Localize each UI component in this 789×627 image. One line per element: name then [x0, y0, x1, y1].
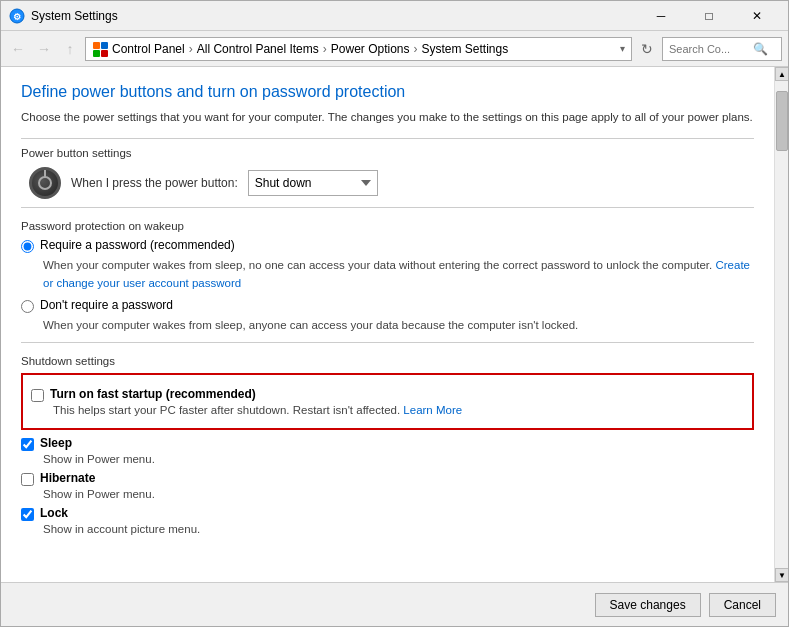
scroll-track: [775, 81, 788, 568]
svg-rect-3: [101, 42, 108, 49]
search-box: 🔍: [662, 37, 782, 61]
power-button-dropdown[interactable]: Shut down Sleep Hibernate Turn off the d…: [248, 170, 378, 196]
power-icon: [29, 167, 61, 199]
password-section-header: Password protection on wakeup: [21, 220, 754, 232]
power-button-row: When I press the power button: Shut down…: [29, 167, 754, 199]
sleep-checkbox[interactable]: [21, 438, 34, 451]
shutdown-section: Shutdown settings Turn on fast startup (…: [21, 355, 754, 535]
require-password-label: Require a password (recommended): [40, 238, 235, 252]
shutdown-section-header: Shutdown settings: [21, 355, 754, 367]
content-area: Define power buttons and turn on passwor…: [1, 67, 774, 582]
scroll-down-button[interactable]: ▼: [775, 568, 788, 582]
window-title: System Settings: [31, 9, 638, 23]
save-changes-button[interactable]: Save changes: [595, 593, 701, 617]
sleep-desc: Show in Power menu.: [43, 453, 754, 465]
close-button[interactable]: ✕: [734, 6, 780, 26]
scroll-thumb[interactable]: [776, 91, 788, 151]
cancel-button[interactable]: Cancel: [709, 593, 776, 617]
fast-startup-desc: This helps start your PC faster after sh…: [53, 404, 744, 416]
fast-startup-box: Turn on fast startup (recommended) This …: [21, 373, 754, 430]
control-panel-icon: [92, 41, 108, 57]
require-password-radio[interactable]: [21, 240, 34, 253]
up-button[interactable]: ↑: [59, 38, 81, 60]
require-password-desc: When your computer wakes from sleep, no …: [43, 257, 754, 292]
main-layout: Define power buttons and turn on passwor…: [1, 67, 788, 582]
maximize-button[interactable]: □: [686, 6, 732, 26]
require-password-option: Require a password (recommended): [21, 238, 754, 253]
svg-rect-2: [93, 42, 100, 49]
power-icon-inner: [38, 176, 52, 190]
learn-more-link[interactable]: Learn More: [403, 404, 462, 416]
search-input[interactable]: [669, 43, 749, 55]
svg-rect-4: [93, 50, 100, 57]
back-button[interactable]: ←: [7, 38, 29, 60]
fast-startup-checkbox[interactable]: [31, 389, 44, 402]
power-button-section-label: Power button settings: [21, 147, 754, 159]
lock-row: Lock: [21, 506, 754, 521]
sleep-row: Sleep: [21, 436, 754, 451]
address-bar: ← → ↑ Control Panel › All Control Panel …: [1, 31, 788, 67]
svg-text:⚙: ⚙: [13, 12, 21, 22]
address-path: Control Panel › All Control Panel Items …: [85, 37, 632, 61]
divider-3: [21, 342, 754, 343]
refresh-button[interactable]: ↻: [636, 38, 658, 60]
breadcrumb-control-panel[interactable]: Control Panel: [112, 42, 185, 56]
page-description: Choose the power settings that you want …: [21, 109, 754, 126]
address-dropdown-btn[interactable]: ▾: [620, 43, 625, 54]
page-title: Define power buttons and turn on passwor…: [21, 83, 754, 101]
bottom-bar: Save changes Cancel: [1, 582, 788, 626]
scrollbar: ▲ ▼: [774, 67, 788, 582]
lock-label: Lock: [40, 506, 68, 520]
divider-1: [21, 138, 754, 139]
window-controls: ─ □ ✕: [638, 6, 780, 26]
fast-startup-row: Turn on fast startup (recommended): [31, 387, 744, 402]
hibernate-checkbox[interactable]: [21, 473, 34, 486]
minimize-button[interactable]: ─: [638, 6, 684, 26]
breadcrumb-power-options[interactable]: Power Options: [331, 42, 410, 56]
dont-require-password-option: Don't require a password: [21, 298, 754, 313]
title-bar: ⚙ System Settings ─ □ ✕: [1, 1, 788, 31]
hibernate-desc: Show in Power menu.: [43, 488, 754, 500]
forward-button[interactable]: →: [33, 38, 55, 60]
dont-require-password-desc: When your computer wakes from sleep, any…: [43, 317, 754, 334]
breadcrumb-all-items[interactable]: All Control Panel Items: [197, 42, 319, 56]
hibernate-label: Hibernate: [40, 471, 95, 485]
lock-desc: Show in account picture menu.: [43, 523, 754, 535]
window-icon: ⚙: [9, 8, 25, 24]
scroll-up-button[interactable]: ▲: [775, 67, 788, 81]
fast-startup-label: Turn on fast startup (recommended): [50, 387, 256, 401]
dont-require-password-radio[interactable]: [21, 300, 34, 313]
breadcrumb-current: System Settings: [421, 42, 508, 56]
hibernate-row: Hibernate: [21, 471, 754, 486]
lock-checkbox[interactable]: [21, 508, 34, 521]
divider-2: [21, 207, 754, 208]
main-window: ⚙ System Settings ─ □ ✕ ← → ↑ Control Pa…: [0, 0, 789, 627]
svg-rect-5: [101, 50, 108, 57]
sleep-label: Sleep: [40, 436, 72, 450]
search-icon: 🔍: [753, 42, 768, 56]
dont-require-password-label: Don't require a password: [40, 298, 173, 312]
power-button-label: When I press the power button:: [71, 176, 238, 190]
